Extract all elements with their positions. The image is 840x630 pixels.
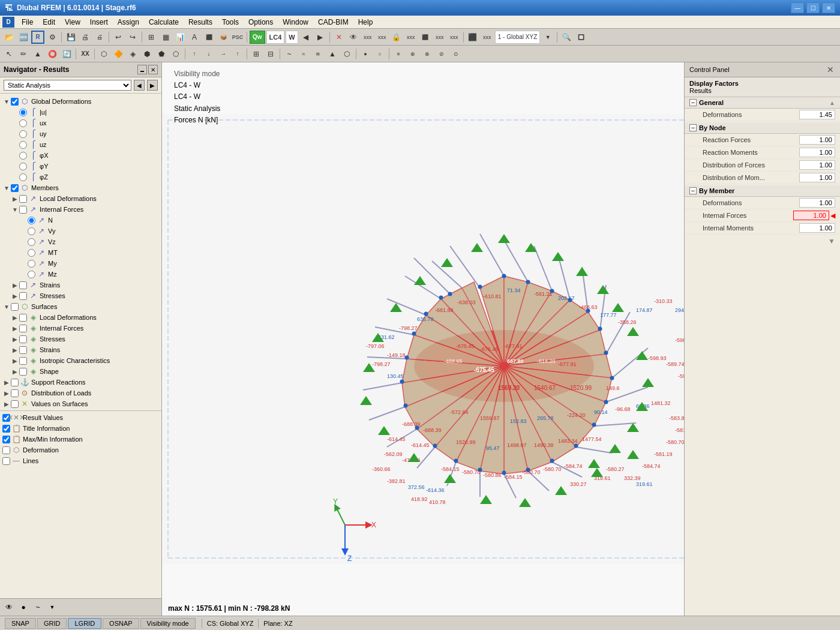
tree-item-uz[interactable]: ⎧ uz	[0, 139, 161, 150]
tb-save[interactable]: 💾	[64, 31, 77, 44]
expand-surf-iso[interactable]: ▶	[11, 356, 19, 365]
tree-item-force-Vy[interactable]: ↗ Vy	[0, 226, 161, 236]
check-dist-loads[interactable]	[11, 389, 19, 397]
tb-dropbtn[interactable]: ▼	[541, 31, 554, 44]
tb2-extra3[interactable]: ⊗	[421, 47, 434, 61]
tb2-extra4[interactable]: ⊘	[435, 47, 448, 61]
tb2-arrow4[interactable]: ↑	[231, 47, 244, 61]
check-internal-forces[interactable]	[19, 206, 27, 214]
tb2-hex4[interactable]: ⬟	[155, 47, 168, 61]
tb-settings[interactable]: ⚙	[46, 31, 59, 44]
tb-table[interactable]: ⊞	[145, 31, 158, 44]
tree-item-surfaces[interactable]: ▼ ⬡ Surfaces	[0, 301, 161, 312]
tb2-hex3[interactable]: ⬢	[140, 47, 154, 61]
expand-surfaces[interactable]: ▼	[2, 302, 11, 311]
cp-member-deform-value[interactable]: 1.00	[799, 198, 835, 208]
check-surf-internal[interactable]	[19, 325, 27, 332]
check-surf-strains[interactable]	[19, 346, 27, 354]
menu-file[interactable]: File	[17, 17, 38, 28]
tb2-cursor[interactable]: ↖	[2, 47, 16, 61]
tree-item-lines[interactable]: — Lines	[0, 455, 161, 466]
minimize-button[interactable]: —	[791, 2, 804, 13]
tb-delete[interactable]: ✕	[332, 31, 346, 44]
expand-surf-strains[interactable]: ▶	[11, 346, 19, 354]
collapse-bynode-btn[interactable]: −	[689, 124, 697, 131]
tb-print[interactable]: 🖨	[79, 31, 92, 44]
tree-item-local-deformations[interactable]: ▶ ↗ Local Deformations	[0, 193, 161, 204]
expand-stresses[interactable]: ▶	[11, 292, 19, 300]
tb-w[interactable]: W	[286, 31, 298, 44]
tree-item-members[interactable]: ▼ ⬡ Members	[0, 182, 161, 193]
radio-Vy[interactable]	[28, 227, 35, 235]
cp-dist-mom-value[interactable]: 1.00	[799, 173, 835, 182]
tree-item-surf-strains[interactable]: ▶ ◈ Strains	[0, 344, 161, 355]
radio-phiy[interactable]	[19, 163, 27, 170]
check-members[interactable]	[11, 184, 19, 192]
tb2-dot1[interactable]: ●	[359, 47, 372, 61]
tb2-more3[interactable]: ≋	[311, 47, 325, 61]
maximize-button[interactable]: ☐	[806, 2, 820, 13]
tb-box3[interactable]: ⬛	[419, 31, 432, 44]
check-local-deform[interactable]	[19, 195, 27, 203]
menu-edit[interactable]: Edit	[38, 17, 60, 28]
tb2-extra2[interactable]: ⊕	[406, 47, 419, 61]
menu-assign[interactable]: Assign	[113, 17, 144, 28]
nav-footer-wave[interactable]: ~	[31, 601, 44, 614]
radio-ux[interactable]	[19, 119, 27, 127]
expand-members[interactable]: ▼	[2, 184, 11, 192]
nav-footer-scroll[interactable]: ▼	[46, 601, 59, 614]
tb-zoom-out[interactable]: 🔍	[560, 31, 573, 44]
tb2-snap2[interactable]: ⊟	[264, 47, 277, 61]
expand-values-surf[interactable]: ▶	[2, 400, 11, 408]
nav-next-btn[interactable]: ▶	[147, 80, 158, 91]
tree-item-force-MT[interactable]: ↗ MT	[0, 247, 161, 258]
status-lgrid-btn[interactable]: LGRID	[68, 618, 101, 629]
tb2-xx[interactable]: XX	[79, 47, 92, 61]
tb-grid[interactable]: ▦	[159, 31, 172, 44]
expand-global-deformations[interactable]: ▼	[2, 97, 11, 106]
cp-reaction-moments-value[interactable]: 1.00	[799, 148, 835, 157]
check-surfaces[interactable]	[11, 303, 19, 311]
tree-item-force-Mz[interactable]: ↗ Mz	[0, 269, 161, 280]
tb-xxx5[interactable]: xxx	[448, 31, 461, 44]
radio-N[interactable]	[28, 217, 35, 224]
menu-options[interactable]: Options	[244, 17, 278, 28]
nav-close-btn[interactable]: ✕	[148, 65, 158, 74]
cp-close-btn[interactable]: ✕	[826, 65, 835, 74]
tb2-pencil[interactable]: ✏	[17, 47, 30, 61]
check-surf-iso[interactable]	[19, 357, 27, 365]
tree-item-support-reactions[interactable]: ▶ ⚓ Support Reactions	[0, 377, 161, 388]
tb2-arrow1[interactable]: ↑	[188, 47, 201, 61]
expand-surf-local[interactable]: ▶	[11, 313, 19, 322]
tb-refresh[interactable]: R	[31, 31, 44, 44]
expand-strains[interactable]: ▶	[11, 281, 19, 289]
nav-footer-dot[interactable]: ●	[17, 601, 30, 614]
tb2-hex2[interactable]: 🔶	[112, 47, 125, 61]
tree-item-title-info[interactable]: 📋 Title Information	[0, 423, 161, 434]
nav-filter-select[interactable]: Static Analysis	[4, 80, 131, 91]
tb-open[interactable]: 📂	[2, 31, 16, 44]
tb-lc4[interactable]: LC4	[266, 31, 285, 44]
tb-chart[interactable]: 📊	[173, 31, 187, 44]
check-surf-shape[interactable]	[19, 368, 27, 376]
tb-lock[interactable]: 🔒	[390, 31, 403, 44]
tree-item-force-N[interactable]: ↗ N	[0, 215, 161, 226]
tree-item-surf-local-deform[interactable]: ▶ ◈ Local Deformations	[0, 312, 161, 323]
tb-xxx2[interactable]: xxx	[376, 31, 389, 44]
menu-tools[interactable]: Tools	[217, 17, 244, 28]
status-grid-btn[interactable]: GRID	[37, 618, 67, 629]
radio-absu[interactable]	[19, 109, 27, 116]
check-title-info[interactable]	[2, 425, 10, 433]
tree-item-absu[interactable]: ⎧ |u|	[0, 107, 161, 118]
menu-help[interactable]: Help	[353, 17, 378, 28]
cp-member-internal-value[interactable]: 1.00	[793, 211, 829, 220]
check-strains[interactable]	[19, 281, 27, 289]
tb2-dot2[interactable]: ○	[373, 47, 386, 61]
tb2-circle[interactable]: ⭕	[46, 47, 59, 61]
tb-box4[interactable]: ⬛	[466, 31, 479, 44]
check-global-deformations[interactable]	[11, 98, 19, 106]
tb-box1[interactable]: ⬛	[202, 31, 215, 44]
tree-item-global-deformations[interactable]: ▼ ⬡ Global Deformations	[0, 96, 161, 107]
tree-item-maxmin[interactable]: 📋 Max/Min Information	[0, 434, 161, 445]
collapse-general-btn[interactable]: −	[689, 99, 697, 106]
